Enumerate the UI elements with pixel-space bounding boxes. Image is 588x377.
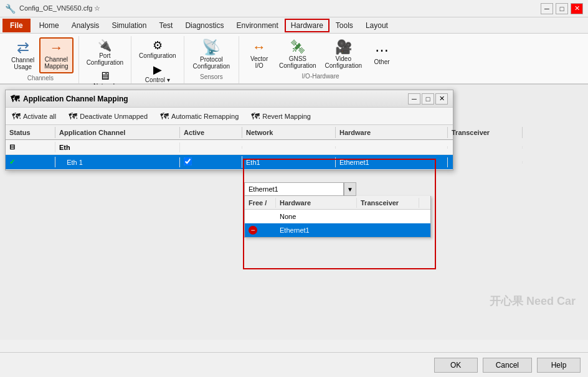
dropdown-header-transceiver: Transceiver (357, 198, 419, 208)
control-label: Control ▾ (145, 77, 170, 83)
hardware-dropdown-value: Ethernet1 (249, 185, 278, 193)
io-hardware-group-label: I/O-Hardware (302, 73, 339, 82)
video-config-button[interactable]: 🎥 VideoConfiguration (321, 38, 366, 72)
header-transceiver: Transceiver (448, 127, 523, 138)
video-config-label: VideoConfiguration (325, 55, 362, 69)
channel-usage-button[interactable]: ⇄ ChannelUsage (7, 38, 38, 73)
activate-all-button[interactable]: 🗺 Activate all (9, 110, 59, 123)
dialog-minimize-button[interactable]: ─ (408, 93, 420, 105)
sensors-group-label: Sensors (200, 73, 223, 83)
ok-button[interactable]: OK (434, 358, 478, 373)
deactivate-unmapped-button[interactable]: 🗺 Deactivate Unmapped (66, 110, 150, 123)
vector-io-label: VectorI/O (250, 55, 268, 69)
gnss-config-label: GNSSConfiguration (279, 55, 316, 69)
control-icon: ▶ (153, 63, 162, 77)
hardware-dropdown-arrow[interactable]: ▼ (344, 182, 356, 196)
auto-remap-button[interactable]: 🗺 Automatic Remapping (158, 110, 241, 123)
configuration-button[interactable]: ⚙ Configuration (136, 37, 178, 60)
eth-group-network (242, 146, 336, 149)
eth1-active[interactable] (180, 156, 242, 168)
activate-all-icon: 🗺 (12, 111, 21, 121)
channels-group-label: Channels (27, 75, 54, 84)
close-button[interactable]: ✕ (571, 3, 583, 14)
eth1-hardware: Ethernet1 (336, 157, 448, 167)
header-hardware: Hardware (336, 127, 448, 138)
dialog-controls: ─ □ ✕ (408, 93, 448, 105)
channel-mapping-table: Status Application Channel Active Networ… (6, 125, 453, 170)
eth1-active-checkbox[interactable] (184, 157, 192, 165)
channel-usage-label: ChannelUsage (11, 57, 34, 70)
menu-item-hardware[interactable]: Hardware (285, 19, 330, 32)
channel-mapping-button[interactable]: → ChannelMapping (39, 37, 73, 73)
menu-item-environment[interactable]: Environment (230, 19, 284, 32)
minimize-button[interactable]: ─ (541, 3, 553, 14)
configuration-label: Configuration (139, 52, 176, 59)
other-label: Other (374, 58, 390, 65)
ribbon-group-channels: ⇄ ChannelUsage → ChannelMapping Channels (2, 36, 79, 83)
channel-mapping-icon: → (49, 41, 63, 55)
menu-item-diagnostics[interactable]: Diagnostics (179, 19, 230, 32)
control-button[interactable]: ▶ Control ▾ (143, 62, 173, 85)
dropdown-none-transceiver (357, 215, 419, 218)
menu-item-home[interactable]: Home (33, 19, 65, 32)
window-controls: ─ □ ✕ (541, 3, 583, 14)
menu-item-layout[interactable]: Layout (359, 19, 394, 32)
eth-group-transceiver (448, 146, 523, 149)
expand-icon[interactable]: ⊟ (9, 143, 15, 151)
dialog-close-button[interactable]: ✕ (435, 93, 448, 105)
dropdown-list-header: Free / Hardware Transceiver (245, 196, 430, 210)
revert-mapping-button[interactable]: 🗺 Revert Mapping (249, 110, 313, 123)
eth-group-status: ⊟ (6, 142, 55, 152)
ribbon-group-io-hardware: ↔ VectorI/O 🛰 GNSSConfiguration 🎥 VideoC… (239, 36, 402, 83)
table-header: Status Application Channel Active Networ… (6, 125, 453, 140)
menu-item-tools[interactable]: Tools (330, 19, 359, 32)
hardware-dropdown-list: Free / Hardware Transceiver None − Ether… (244, 196, 431, 238)
channel-mapping-label: ChannelMapping (44, 56, 68, 70)
dropdown-eth1-free: − (245, 225, 276, 236)
table-row-eth1[interactable]: ✓ Eth 1 Eth1 Ethernet1 (6, 155, 453, 170)
hardware-dropdown-input[interactable]: Ethernet1 (244, 182, 344, 196)
activate-all-label: Activate all (23, 113, 56, 120)
port-config-icon: 🔌 (98, 39, 111, 52)
hardware-dropdown[interactable]: Ethernet1 ▼ Free / Hardware Transceiver … (244, 182, 431, 238)
maximize-button[interactable]: □ (556, 3, 568, 14)
protocol-config-button[interactable]: 📡 ProtocolConfiguration (189, 37, 234, 72)
port-config-button[interactable]: 🔌 PortConfiguration (84, 37, 126, 67)
bottom-bar: OK Cancel Help (0, 352, 588, 377)
dropdown-item-none[interactable]: None (245, 210, 430, 223)
vector-io-button[interactable]: ↔ VectorI/O (244, 38, 274, 72)
eth1-channel: Eth 1 (55, 157, 180, 167)
cancel-button[interactable]: Cancel (483, 358, 532, 373)
help-button[interactable]: Help (537, 358, 581, 373)
dropdown-item-ethernet1[interactable]: − Ethernet1 (245, 223, 430, 237)
menu-item-analysis[interactable]: Analysis (65, 19, 106, 32)
auto-remap-icon: 🗺 (160, 111, 169, 121)
dialog-title-text: Application Channel Mapping (23, 95, 128, 103)
configuration-icon: ⚙ (153, 39, 163, 52)
other-icon: ⋯ (375, 44, 389, 57)
header-status: Status (6, 127, 55, 138)
menu-item-simulation[interactable]: Simulation (105, 19, 153, 32)
ribbon-group-vt-system: ⚙ Configuration ▶ Control ▾ 🔧 Tools ▾ VT… (131, 36, 184, 83)
main-area: 🗺 Application Channel Mapping ─ □ ✕ 🗺 Ac… (0, 85, 588, 340)
port-config-label: PortConfiguration (87, 52, 123, 66)
eth-group-active (180, 146, 242, 149)
eth1-status: ✓ (6, 157, 55, 167)
deactivate-unmapped-label: Deactivate Unmapped (80, 113, 148, 120)
ribbon: ⇄ ChannelUsage → ChannelMapping Channels… (0, 34, 588, 85)
eth1-network: Eth1 (242, 157, 336, 167)
gnss-config-button[interactable]: 🛰 GNSSConfiguration (275, 38, 320, 72)
dropdown-none-hardware: None (276, 212, 357, 221)
dropdown-header-free: Free / (245, 198, 276, 208)
gnss-config-icon: 🛰 (291, 40, 305, 54)
header-application-channel: Application Channel (55, 127, 180, 138)
other-button[interactable]: ⋯ Other (367, 41, 397, 68)
menu-item-test[interactable]: Test (153, 19, 179, 32)
header-active: Active (180, 127, 242, 138)
menu-item-file[interactable]: File (2, 19, 31, 32)
dialog-maximize-button[interactable]: □ (422, 93, 434, 105)
ribbon-group-sensors: 📡 ProtocolConfiguration Sensors (184, 36, 239, 83)
minus-circle-icon: − (249, 226, 257, 235)
video-config-icon: 🎥 (335, 40, 352, 54)
eth1-transceiver (448, 161, 523, 164)
